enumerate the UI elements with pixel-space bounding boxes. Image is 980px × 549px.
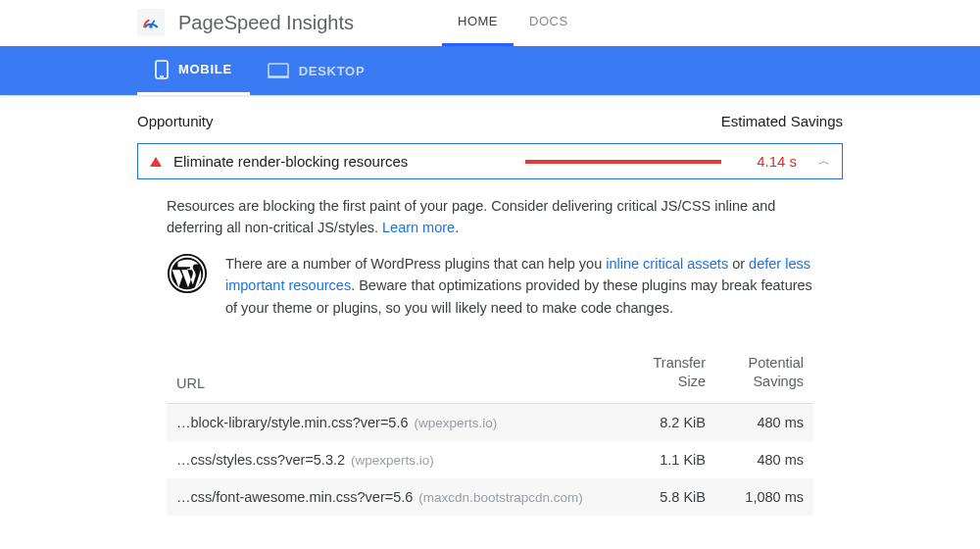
resources-table: URL TransferSize PotentialSavings …block… xyxy=(167,342,813,516)
warning-triangle-icon xyxy=(150,157,162,167)
opportunity-row[interactable]: Eliminate render-blocking resources 4.14… xyxy=(137,143,843,179)
device-label: MOBILE xyxy=(178,62,232,76)
potential-savings: 480 ms xyxy=(706,415,804,430)
top-tabs: HOME DOCS xyxy=(442,0,584,46)
savings-value: 4.14 s xyxy=(757,153,797,170)
wordpress-hint: There are a number of WordPress plugins … xyxy=(137,239,843,319)
resource-host: (wpexperts.io) xyxy=(415,416,498,430)
opportunity-description: Resources are blocking the first paint o… xyxy=(137,179,843,239)
learn-more-link[interactable]: Learn more xyxy=(382,220,455,235)
resource-path: …css/styles.css?ver=5.3.2 xyxy=(176,452,345,468)
opportunity-title: Eliminate render-blocking resources xyxy=(173,153,408,170)
wordpress-icon xyxy=(167,253,208,294)
device-label: DESKTOP xyxy=(299,64,366,78)
chevron-up-icon: ︿ xyxy=(818,153,830,170)
transfer-size: 8.2 KiB xyxy=(608,415,706,430)
potential-savings: 1,080 ms xyxy=(706,489,804,505)
col-opportunity: Opportunity xyxy=(137,113,214,129)
tab-docs[interactable]: DOCS xyxy=(514,0,584,46)
inline-assets-link[interactable]: inline critical assets xyxy=(606,256,728,272)
device-tab-mobile[interactable]: MOBILE xyxy=(137,46,250,95)
svg-rect-4 xyxy=(269,64,288,76)
resource-path: …css/font-awesome.min.css?ver=5.6 xyxy=(176,489,413,505)
th-url: URL xyxy=(176,354,608,391)
resource-host: (wpexperts.io) xyxy=(351,453,434,468)
savings-bar xyxy=(525,160,721,164)
brand-block: PageSpeed Insights xyxy=(137,9,354,36)
transfer-size: 1.1 KiB xyxy=(608,452,706,468)
svg-point-1 xyxy=(149,25,152,28)
table-header: URL TransferSize PotentialSavings xyxy=(167,342,813,404)
table-row: …block-library/style.min.css?ver=5.6(wpe… xyxy=(167,404,813,441)
potential-savings: 480 ms xyxy=(706,452,804,468)
resource-path: …block-library/style.min.css?ver=5.6 xyxy=(176,415,409,430)
table-row: …css/font-awesome.min.css?ver=5.6(maxcdn… xyxy=(167,478,813,516)
table-body: …block-library/style.min.css?ver=5.6(wpe… xyxy=(167,404,813,516)
mobile-icon xyxy=(155,60,169,79)
transfer-size: 5.8 KiB xyxy=(608,489,706,505)
app-header: PageSpeed Insights HOME DOCS xyxy=(0,0,980,46)
resource-host: (maxcdn.bootstrapcdn.com) xyxy=(418,490,582,505)
savings-bar-fill xyxy=(525,160,721,164)
th-potential-savings: PotentialSavings xyxy=(706,354,804,391)
device-tab-desktop[interactable]: DESKTOP xyxy=(250,46,383,95)
app-logo-icon xyxy=(137,9,165,36)
desktop-icon xyxy=(268,63,289,78)
col-est-savings: Estimated Savings xyxy=(721,113,843,129)
th-transfer-size: TransferSize xyxy=(608,354,706,391)
wordpress-hint-text: There are a number of WordPress plugins … xyxy=(225,253,813,319)
section-header: Opportunity Estimated Savings xyxy=(137,113,843,129)
device-tabs: MOBILE DESKTOP xyxy=(0,46,980,95)
table-row: …css/styles.css?ver=5.3.2(wpexperts.io) … xyxy=(167,441,813,478)
main-content: Opportunity Estimated Savings Eliminate … xyxy=(0,95,980,516)
brand-title: PageSpeed Insights xyxy=(178,12,354,34)
tab-home[interactable]: HOME xyxy=(442,0,514,46)
